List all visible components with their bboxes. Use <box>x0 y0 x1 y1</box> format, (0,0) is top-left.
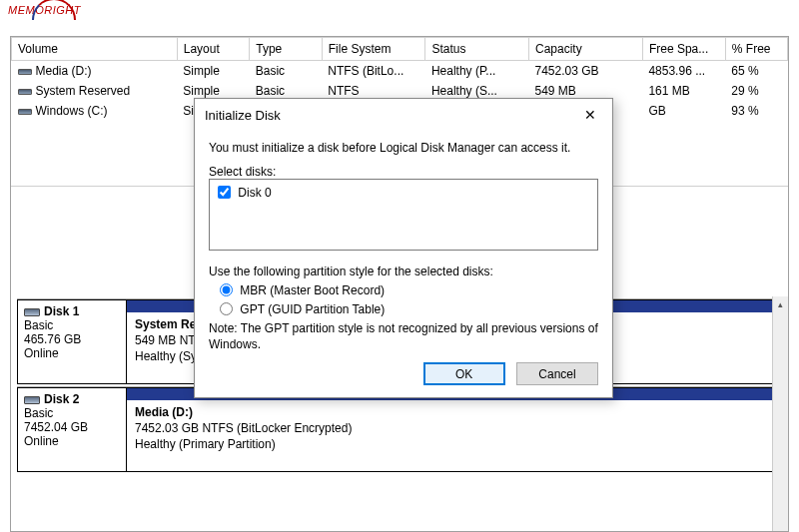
disk-row: Disk 2Basic7452.04 GBOnlineMedia (D:)745… <box>17 386 782 472</box>
partition-title: System Re <box>135 317 196 331</box>
volume-name: Windows (C:) <box>36 104 108 118</box>
dialog-title: Initialize Disk <box>205 108 281 123</box>
volume-icon <box>18 69 32 75</box>
disk-kind: Basic <box>24 406 120 420</box>
volume-icon <box>18 109 32 115</box>
ok-button[interactable]: OK <box>423 362 505 385</box>
cell-free: 161 MB <box>642 81 725 101</box>
gpt-label: GPT (GUID Partition Table) <box>240 302 385 316</box>
disk-icon <box>24 396 40 404</box>
partition-style-label: Use the following partition style for th… <box>209 265 598 278</box>
disk-option-0[interactable]: Disk 0 <box>214 182 593 203</box>
col-status[interactable]: Status <box>425 38 529 61</box>
volume-name: Media (D:) <box>36 64 92 78</box>
disk-icon <box>24 308 40 316</box>
gpt-option[interactable]: GPT (GUID Partition Table) <box>215 302 385 316</box>
partition-line1: 7452.03 GB NTFS (BitLocker Encrypted) <box>135 421 352 435</box>
partition-line2: Healthy (Sy <box>135 349 197 363</box>
gpt-radio[interactable] <box>220 302 233 315</box>
col-layout[interactable]: Layout <box>177 38 250 61</box>
volume-icon <box>18 89 32 95</box>
disk-0-label: Disk 0 <box>238 186 271 200</box>
brand-logo: MEMORIGHT <box>8 4 81 16</box>
col-type[interactable]: Type <box>250 38 323 61</box>
cell-status: Healthy (P... <box>425 61 529 82</box>
mbr-radio[interactable] <box>220 283 233 296</box>
cell-pct: 93 % <box>725 101 787 121</box>
disk-label-panel[interactable]: Disk 1Basic465.76 GBOnline <box>17 299 127 384</box>
partition-line2: Healthy (Primary Partition) <box>135 437 276 451</box>
col-pctfree[interactable]: % Free <box>725 38 787 61</box>
scroll-up-icon[interactable]: ▴ <box>773 296 788 312</box>
partition-title: Media (D:) <box>135 405 193 419</box>
cell-free: 4853.96 ... <box>642 61 725 82</box>
col-capacity[interactable]: Capacity <box>528 38 642 61</box>
initialize-disk-dialog: Initialize Disk ✕ You must initialize a … <box>194 98 613 398</box>
cell-pct: 29 % <box>725 81 787 101</box>
cell-type: Basic <box>250 61 323 82</box>
col-filesystem[interactable]: File System <box>322 38 425 61</box>
disk-state: Online <box>24 346 120 360</box>
close-icon[interactable]: ✕ <box>576 105 604 125</box>
disk-title: Disk 2 <box>44 392 79 406</box>
disk-size: 465.76 GB <box>24 332 120 346</box>
table-row[interactable]: Media (D:)SimpleBasicNTFS (BitLo...Healt… <box>12 61 788 82</box>
cancel-button[interactable]: Cancel <box>516 362 598 385</box>
dialog-intro: You must initialize a disk before Logica… <box>209 141 598 155</box>
cell-capacity: 7452.03 GB <box>528 61 642 82</box>
partition-panel[interactable]: Media (D:)7452.03 GB NTFS (BitLocker Enc… <box>127 387 782 472</box>
mbr-option[interactable]: MBR (Master Boot Record) <box>215 283 385 297</box>
volume-name: System Reserved <box>36 84 131 98</box>
cell-pct: 65 % <box>725 61 787 82</box>
cell-layout: Simple <box>177 61 250 82</box>
cell-free: GB <box>642 101 725 121</box>
select-disks-label: Select disks: <box>209 165 598 179</box>
col-freespace[interactable]: Free Spa... <box>642 38 725 61</box>
disk-size: 7452.04 GB <box>24 420 120 434</box>
mbr-label: MBR (Master Boot Record) <box>240 283 385 297</box>
disk-0-checkbox[interactable] <box>218 186 231 199</box>
scrollbar[interactable]: ▴ <box>772 296 788 531</box>
col-volume[interactable]: Volume <box>12 38 178 61</box>
cell-fs: NTFS (BitLo... <box>322 61 425 82</box>
disk-label-panel[interactable]: Disk 2Basic7452.04 GBOnline <box>17 387 127 472</box>
partition-line1: 549 MB NT <box>135 333 196 347</box>
disk-kind: Basic <box>24 318 120 332</box>
gpt-note: Note: The GPT partition style is not rec… <box>209 320 598 352</box>
disk-state: Online <box>24 434 120 448</box>
disk-title: Disk 1 <box>44 304 79 318</box>
disk-select-list[interactable]: Disk 0 <box>209 179 598 251</box>
